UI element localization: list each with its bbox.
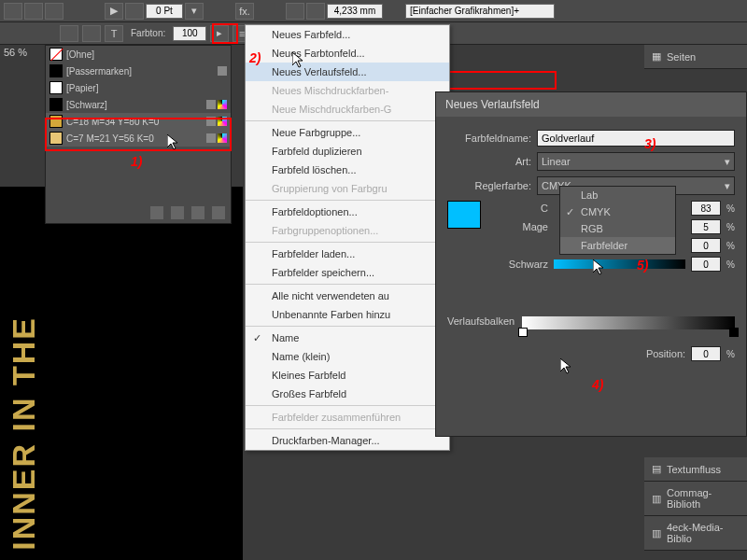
menu-ink-manager[interactable]: Druckfarben-Manager... (246, 431, 449, 450)
measurement-input[interactable] (327, 4, 383, 19)
fill-icon[interactable] (60, 25, 78, 42)
swatches-footer (46, 203, 231, 223)
menu-separator (246, 200, 449, 201)
chevron-down-icon: ▾ (725, 156, 730, 168)
magenta-label: Mage (488, 221, 548, 232)
dropdown-cmyk[interactable]: ✓CMYK (560, 203, 675, 220)
swatch-color-icon (49, 64, 63, 77)
tool-icon[interactable] (24, 3, 43, 20)
menu-new-tint[interactable]: Neues Farbtonfeld... (246, 44, 449, 63)
menu-small-swatch[interactable]: Kleines Farbfeld (246, 366, 449, 385)
tool-icon[interactable] (4, 3, 22, 20)
tool-icon[interactable] (306, 3, 325, 20)
position-label: Position: (646, 348, 685, 359)
yellow-input[interactable] (691, 238, 721, 253)
black-input[interactable] (691, 257, 721, 272)
swatch-color-icon (49, 81, 63, 94)
swatch-row[interactable]: C=7 M=21 Y=56 K=0 (46, 130, 231, 147)
menu-swatch-options[interactable]: Farbfeldoptionen... (246, 203, 449, 221)
menu-select-unused[interactable]: Alle nicht verwendeten au (246, 287, 449, 305)
menu-new-color-group[interactable]: Neue Farbgruppe... (246, 123, 449, 142)
right-lower-panels: ▤ Textumfluss ▥ Commag-Biblioth ▥ 4eck-M… (644, 457, 747, 551)
swatch-color-icon (49, 115, 63, 128)
stopcolor-label: Reglerfarbe: (447, 180, 531, 191)
menu-merge-swatches: Farbfelder zusammenführen (246, 408, 449, 427)
menu-name-small[interactable]: Name (klein) (246, 347, 449, 366)
text-icon[interactable]: T (105, 25, 123, 42)
dropdown-swatches[interactable]: Farbfelder (560, 237, 675, 254)
process-icon (206, 133, 216, 143)
dropdown-lab[interactable]: Lab (560, 187, 675, 203)
menu-delete-swatch[interactable]: Farbfeld löschen... (246, 161, 449, 179)
magenta-input[interactable] (691, 219, 721, 234)
lock-icon (218, 49, 227, 59)
menu-name-view[interactable]: ✓Name (246, 329, 449, 347)
folder-icon[interactable] (150, 206, 163, 219)
menu-new-mixed-ink-group: Neue Mischdruckfarben-G (246, 100, 449, 119)
black-slider[interactable] (554, 259, 685, 269)
registration-icon (218, 66, 227, 76)
menu-separator (246, 405, 449, 406)
top-toolbar: ▶ ▾ fx. (0, 0, 747, 22)
color-preview (447, 201, 481, 229)
zoom-level: 56 % (4, 47, 27, 58)
dialog-title: Neues Verlaufsfeld (436, 92, 746, 117)
new-folder-icon[interactable] (191, 206, 204, 219)
gradient-ramp-label: Verlaufsbalken (447, 315, 514, 327)
tool-icon[interactable] (125, 3, 144, 20)
gradient-ramp[interactable] (522, 316, 735, 329)
menu-new-swatch[interactable]: Neues Farbfeld... (246, 25, 449, 44)
menu-separator (246, 120, 449, 121)
dropdown-arrow-icon[interactable]: ▾ (185, 3, 204, 20)
pages-panel-tab[interactable]: ▦ Seiten (644, 45, 747, 69)
document-canvas: INNER IN THE (0, 187, 243, 560)
stepper-icon[interactable]: ▸ (210, 25, 229, 42)
menu-duplicate-swatch[interactable]: Farbfeld duplizieren (246, 142, 449, 161)
cmyk-icon (218, 100, 227, 109)
poster-text: INNER IN THE (6, 316, 42, 551)
swatch-row[interactable]: [Schwarz] (46, 96, 231, 113)
position-input[interactable] (691, 346, 721, 361)
cyan-input[interactable] (691, 201, 721, 216)
swatch-row[interactable]: [Ohne] (46, 46, 231, 63)
library-panel-tab[interactable]: ▥ 4eck-Media-Biblio (644, 516, 747, 551)
stroke-icon[interactable] (82, 25, 101, 42)
swatch-row[interactable]: C=18 M=34 Y=80 K=0 (46, 113, 231, 130)
menu-separator (246, 242, 449, 243)
dropdown-rgb[interactable]: RGB (560, 220, 675, 237)
new-swatch-icon[interactable] (171, 206, 184, 219)
black-label: Schwarz (488, 259, 548, 270)
menu-new-gradient[interactable]: Neues Verlaufsfeld... (246, 63, 449, 81)
farbton-label: Farbton: (131, 28, 165, 38)
stroke-weight-input[interactable] (146, 4, 183, 19)
menu-large-swatch[interactable]: Großes Farbfeld (246, 385, 449, 403)
check-icon: ✓ (566, 206, 574, 218)
cmyk-icon (218, 133, 227, 143)
gradient-stop[interactable] (518, 328, 528, 337)
textwrap-icon: ▤ (652, 463, 661, 475)
new-gradient-dialog: Neues Verlaufsfeld Farbfeldname: Art: Li… (435, 91, 747, 437)
swatch-color-icon (49, 98, 63, 111)
check-icon: ✓ (253, 332, 261, 344)
process-icon (206, 117, 216, 126)
right-panel-dock: ▦ Seiten (644, 45, 747, 69)
frame-style-select[interactable] (405, 4, 555, 19)
tool-icon[interactable] (286, 3, 304, 20)
book-icon: ▥ (652, 527, 661, 539)
textwrap-panel-tab[interactable]: ▤ Textumfluss (644, 457, 747, 482)
menu-load-swatches[interactable]: Farbfelder laden... (246, 245, 449, 263)
menu-separator (246, 284, 449, 285)
swatch-row[interactable]: [Passermarken] (46, 63, 231, 79)
trash-icon[interactable] (212, 206, 225, 219)
menu-save-swatches[interactable]: Farbfelder speichern... (246, 263, 449, 282)
library-panel-tab[interactable]: ▥ Commag-Biblioth (644, 482, 747, 516)
menu-add-unnamed[interactable]: Unbenannte Farben hinzu (246, 305, 449, 324)
fx-icon[interactable]: fx. (235, 3, 254, 20)
play-icon[interactable]: ▶ (105, 3, 123, 20)
gradient-stop[interactable] (729, 328, 739, 337)
swatch-row[interactable]: [Papier] (46, 79, 231, 96)
swatch-name-input[interactable] (537, 130, 735, 147)
tool-icon[interactable] (45, 3, 63, 20)
farbton-input[interactable] (173, 26, 206, 41)
gradient-type-select[interactable]: Linear▾ (537, 152, 735, 171)
